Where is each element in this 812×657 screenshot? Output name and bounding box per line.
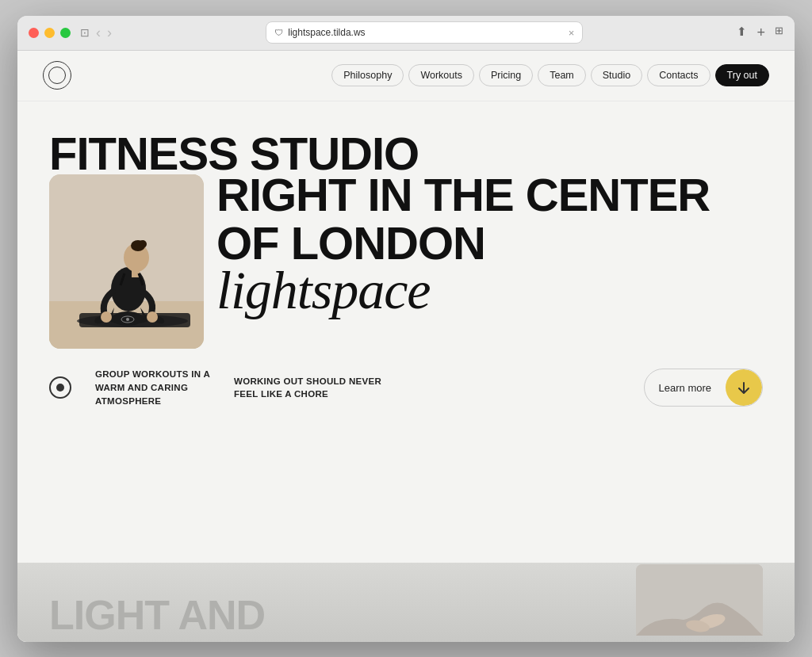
nav-philosophy[interactable]: Philosophy	[331, 64, 404, 86]
nav-pricing[interactable]: Pricing	[479, 64, 533, 86]
nav-tryout[interactable]: Try out	[715, 64, 769, 86]
nav-workouts[interactable]: Workouts	[408, 64, 474, 86]
hero-image	[49, 174, 204, 349]
arrow-down-icon	[736, 380, 752, 395]
learn-more-button[interactable]: Learn more	[644, 369, 763, 407]
logo-inner-circle	[48, 67, 66, 84]
browser-window: ⊡ ‹ › 🛡 lightspace.tilda.ws × ⬆ + ⊞ Phil…	[17, 16, 795, 642]
nav-studio[interactable]: Studio	[591, 64, 642, 86]
nav-contacts[interactable]: Contacts	[647, 64, 710, 86]
radio-dot	[56, 384, 64, 392]
close-window-button[interactable]	[29, 28, 39, 38]
site-nav: Philosophy Workouts Pricing Team Studio …	[17, 51, 795, 101]
hero-headline-right: RIGHT IN THE CENTER OF LONDON lightspace	[216, 171, 710, 317]
browser-controls: ⊡ ‹ ›	[80, 25, 112, 41]
share-button[interactable]: ⬆	[737, 25, 747, 41]
nav-links: Philosophy Workouts Pricing Team Studio …	[331, 64, 769, 86]
security-icon: 🛡	[274, 28, 283, 37]
hero-bottom: GROUP WORKOUTS IN A WARM AND CARING ATMO…	[49, 368, 763, 407]
headline-text-2: RIGHT IN THE CENTER OF LONDON	[216, 171, 710, 268]
site-logo[interactable]	[43, 61, 71, 90]
forward-button[interactable]: ›	[107, 25, 112, 41]
maximize-window-button[interactable]	[60, 28, 71, 38]
learn-more-label: Learn more	[645, 374, 726, 402]
minimize-window-button[interactable]	[44, 28, 55, 38]
svg-point-10	[101, 311, 112, 323]
website-content: Philosophy Workouts Pricing Team Studio …	[17, 51, 795, 642]
address-bar[interactable]: 🛡 lightspace.tilda.ws ×	[266, 21, 583, 44]
below-fold-image	[636, 564, 763, 636]
hero-middle: RIGHT IN THE CENTER OF LONDON lightspace	[49, 171, 763, 349]
headline-line2: RIGHT IN THE CENTER	[216, 171, 710, 220]
grid-view-button[interactable]: ⊞	[775, 25, 783, 41]
tagline-2: WORKING OUT SHOULD NEVER FEEL LIKE A CHO…	[234, 375, 393, 401]
url-text: lightspace.tilda.ws	[288, 27, 365, 38]
back-button[interactable]: ‹	[96, 25, 101, 41]
tagline-1: GROUP WORKOUTS IN A WARM AND CARING ATMO…	[95, 368, 218, 407]
brand-script: lightspace	[216, 263, 710, 317]
svg-point-7	[139, 240, 147, 248]
browser-titlebar: ⊡ ‹ › 🛡 lightspace.tilda.ws × ⬆ + ⊞	[17, 16, 795, 51]
browser-actions: ⬆ + ⊞	[737, 25, 783, 41]
below-fold-text: LIGHT AND	[49, 594, 265, 636]
progress-indicator[interactable]	[49, 376, 71, 399]
traffic-lights	[29, 28, 71, 38]
hero-section: FITNESS STUDIO	[17, 101, 795, 563]
learn-more-circle	[726, 369, 762, 406]
svg-point-15	[126, 318, 129, 321]
new-tab-button[interactable]: +	[756, 25, 765, 41]
window-icon[interactable]: ⊡	[80, 26, 90, 39]
tab-close-button[interactable]: ×	[569, 27, 575, 39]
nav-team[interactable]: Team	[538, 64, 586, 86]
svg-point-11	[147, 311, 158, 323]
below-fold-section: LIGHT AND	[17, 563, 795, 642]
